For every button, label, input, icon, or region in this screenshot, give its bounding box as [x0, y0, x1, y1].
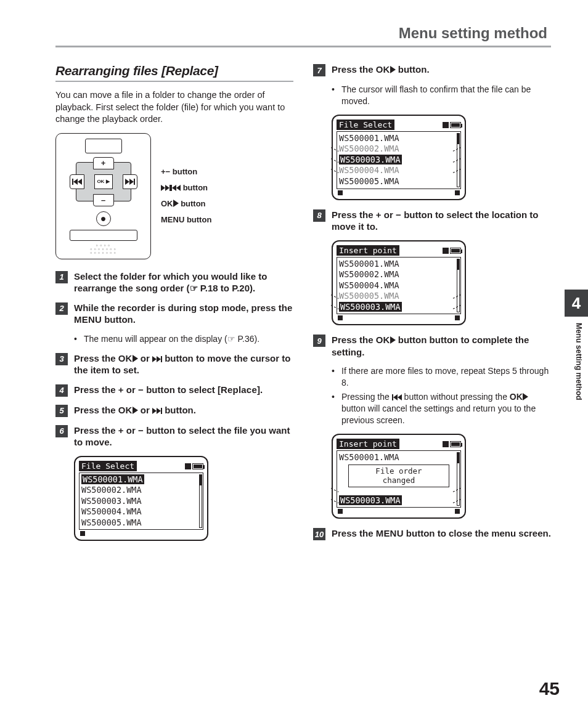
lcd-row: WS500002.WMA	[81, 485, 201, 496]
device-illustration: + – OK ▶ ● ○ ○ ○ ○○ ○ ○ ○ ○ ○ ○○ ○ ○ ○ ○…	[55, 133, 151, 259]
stop-icon	[443, 248, 449, 254]
plus-button-icon: +	[93, 157, 114, 169]
battery-icon	[192, 463, 203, 469]
step-badge: 8	[313, 209, 325, 222]
step-9-text: Press the OK button button to complete t…	[332, 334, 551, 358]
lcd-row: WS500001.WMA	[339, 452, 459, 463]
step-badge: 3	[55, 353, 68, 365]
step-7-text: Press the OK button.	[332, 63, 430, 76]
rewind-button-icon	[70, 174, 84, 189]
lcd-row: WS500003.WMA	[81, 496, 201, 507]
step-1-text: Select the folder for which you would li…	[74, 270, 293, 294]
lcd-screen-file-select-1: File Select WS500001.WMA WS500002.WMA WS…	[74, 456, 208, 542]
lcd-screen-insert-point-2: Insert point WS500001.WMA WS500003.WMA F…	[332, 434, 466, 519]
folder-icon	[80, 531, 85, 536]
step-2-note: The menu will appear on the display (☞ P…	[74, 333, 293, 345]
device-legend: +− button button OK button MENU button	[161, 164, 211, 229]
step-8-text: Press the + or − button to select the lo…	[332, 209, 551, 233]
header-title: Menu setting method	[55, 25, 551, 42]
chapter-label: Menu setting method	[574, 323, 583, 400]
stop-icon	[443, 441, 449, 447]
step-badge: 9	[313, 335, 325, 347]
step-4-text: Press the + or − button to select [Repla…	[74, 384, 263, 397]
step-9-note-a: If there are more files to move, repeat …	[332, 365, 551, 389]
step-5-text: Press the OK or button.	[74, 404, 196, 417]
step-badge: 2	[55, 302, 68, 315]
step-2-text: While the recorder is during stop mode, …	[74, 302, 293, 326]
stop-icon	[185, 463, 191, 469]
intro-text: You can move a file in a folder to chang…	[55, 89, 293, 126]
step-badge: 7	[313, 64, 325, 76]
trash-icon	[455, 190, 460, 195]
lcd-row: WS500003.WMA	[339, 155, 459, 166]
play-icon	[133, 355, 138, 362]
lcd-row: WS500004.WMA	[81, 506, 201, 517]
step-9-note-b: Pressing the button without pressing the…	[332, 391, 551, 426]
step-badge: 10	[313, 528, 325, 540]
lcd-title: Insert point	[337, 439, 399, 449]
lcd-row: WS500005.WMA	[81, 517, 201, 529]
fast-forward-icon	[152, 408, 162, 414]
play-icon	[390, 336, 396, 344]
record-button-icon: ●	[96, 211, 111, 226]
battery-icon	[450, 248, 461, 254]
section-title: Rearranging files [Replace]	[55, 63, 293, 82]
folder-icon	[338, 315, 343, 320]
stop-icon	[443, 122, 449, 128]
step-badge: 6	[55, 425, 68, 437]
battery-icon	[450, 441, 461, 447]
lcd-dialog: File order changed	[348, 465, 449, 487]
folder-icon	[338, 190, 343, 195]
lcd-row: WS500001.WMA	[339, 259, 459, 270]
fast-forward-icon	[152, 356, 162, 362]
lcd-row: WS500002.WMA	[339, 269, 459, 280]
scrollbar	[457, 452, 460, 506]
trash-icon	[455, 509, 460, 514]
play-icon	[173, 200, 179, 207]
chapter-tab: 4	[565, 290, 588, 317]
lcd-row: WS500001.WMA	[339, 133, 459, 144]
step-badge: 4	[55, 384, 68, 397]
play-icon	[133, 407, 138, 414]
scrollbar	[199, 474, 202, 529]
lcd-row: WS500001.WMA	[81, 474, 201, 485]
step-7-note: The cursor will flash to confirm that th…	[332, 84, 551, 107]
rewind-icon	[392, 394, 402, 400]
lcd-screen-file-select-2: File Select WS500001.WMA WS500002.WMA WS…	[332, 115, 466, 200]
scrollbar	[457, 133, 460, 187]
forward-button-icon	[123, 174, 137, 189]
page-number: 45	[539, 678, 560, 699]
step-3-text: Press the OK or button to move the curso…	[74, 352, 293, 376]
folder-icon	[338, 509, 343, 514]
lcd-row: WS500005.WMA	[339, 291, 459, 302]
lcd-row: WS500003.WMA	[339, 495, 459, 506]
play-icon	[523, 393, 528, 400]
ok-button-icon: OK ▶	[94, 174, 113, 189]
lcd-row: WS500002.WMA	[339, 144, 459, 155]
trash-icon	[455, 315, 460, 320]
play-icon	[390, 66, 396, 73]
step-badge: 5	[55, 405, 68, 417]
lcd-title: Insert point	[337, 245, 399, 256]
step-10-text: Press the MENU button to close the menu …	[332, 527, 551, 540]
lcd-row: WS500004.WMA	[339, 165, 459, 176]
step-6-text: Press the + or − button to select the fi…	[74, 424, 293, 448]
header-rule	[55, 46, 551, 47]
lcd-row: WS500003.WMA	[339, 302, 459, 313]
lcd-title: File Select	[79, 461, 137, 471]
lcd-screen-insert-point-1: Insert point WS500001.WMA WS500002.WMA W…	[332, 240, 466, 326]
lcd-title: File Select	[337, 120, 394, 130]
scrollbar	[457, 259, 460, 313]
lcd-row: WS500005.WMA	[339, 176, 459, 187]
step-badge: 1	[55, 271, 68, 283]
battery-icon	[450, 122, 461, 128]
minus-button-icon: –	[93, 194, 114, 206]
lcd-row: WS500004.WMA	[339, 280, 459, 291]
